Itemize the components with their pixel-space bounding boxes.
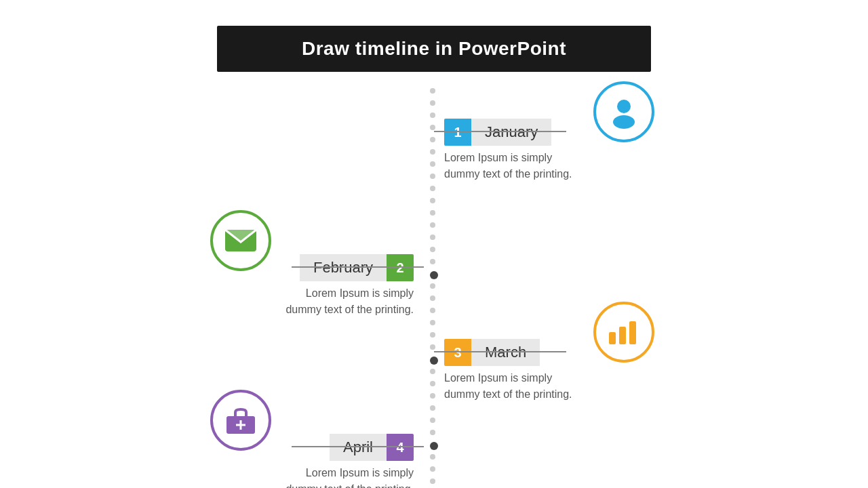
timeline-filled-dot bbox=[430, 442, 438, 450]
february-description: Lorem Ipsum is simplydummy text of the p… bbox=[285, 285, 414, 318]
timeline-dot bbox=[430, 161, 435, 167]
timeline-dot bbox=[430, 381, 435, 386]
timeline-dot bbox=[430, 332, 435, 338]
april-connector bbox=[292, 446, 424, 447]
timeline-dot bbox=[430, 369, 435, 374]
title-bar: Draw timeline in PowerPoint bbox=[217, 26, 651, 72]
april-name: April bbox=[330, 434, 387, 461]
april-month-box: 4 April bbox=[285, 434, 414, 461]
february-number: 2 bbox=[387, 254, 414, 281]
march-number: 3 bbox=[444, 339, 471, 366]
january-number: 1 bbox=[444, 119, 471, 146]
mail-icon bbox=[224, 227, 258, 254]
february-connector bbox=[292, 266, 424, 268]
briefcase-icon bbox=[224, 405, 258, 435]
timeline-wrapper: 1 January Lorem Ipsum is simplydummy tex… bbox=[0, 81, 868, 488]
march-description: Lorem Ipsum is simplydummy text of the p… bbox=[444, 370, 572, 403]
timeline-dot bbox=[430, 247, 435, 252]
timeline-dot bbox=[430, 479, 435, 484]
timeline-dot bbox=[430, 88, 435, 94]
february-section: 2 February Lorem Ipsum is simplydummy te… bbox=[285, 254, 414, 318]
timeline-dot bbox=[430, 113, 435, 118]
svg-rect-4 bbox=[609, 332, 616, 344]
timeline-dot bbox=[430, 149, 435, 155]
march-name: March bbox=[471, 339, 540, 366]
svg-rect-6 bbox=[629, 321, 636, 344]
timeline-dot bbox=[430, 418, 435, 423]
january-name: January bbox=[471, 119, 551, 146]
timeline-dot bbox=[430, 430, 435, 435]
march-icon bbox=[593, 302, 654, 363]
january-description: Lorem Ipsum is simplydummy text of the p… bbox=[444, 150, 572, 182]
chart-icon bbox=[606, 317, 642, 347]
timeline-dot bbox=[430, 259, 435, 264]
april-number: 4 bbox=[387, 434, 414, 461]
page-title: Draw timeline in PowerPoint bbox=[237, 38, 631, 60]
timeline-dot bbox=[430, 125, 435, 130]
timeline-dot bbox=[430, 198, 435, 203]
svg-point-1 bbox=[613, 115, 635, 129]
timeline-dot bbox=[430, 174, 435, 179]
january-month-box: 1 January bbox=[444, 119, 572, 146]
february-name: February bbox=[300, 254, 387, 281]
february-icon bbox=[210, 210, 271, 271]
svg-rect-5 bbox=[619, 327, 626, 344]
timeline-dot bbox=[430, 222, 435, 228]
timeline-dot bbox=[430, 466, 435, 472]
march-month-box: 3 March bbox=[444, 339, 572, 366]
january-section: 1 January Lorem Ipsum is simplydummy tex… bbox=[444, 119, 572, 182]
timeline-filled-dot bbox=[430, 271, 438, 279]
svg-point-0 bbox=[617, 100, 631, 113]
april-icon bbox=[210, 390, 271, 451]
march-section: 3 March Lorem Ipsum is simplydummy text … bbox=[444, 339, 572, 403]
january-connector bbox=[434, 131, 566, 132]
march-connector bbox=[434, 351, 566, 352]
february-month-box: 2 February bbox=[285, 254, 414, 281]
timeline-dot bbox=[430, 283, 435, 289]
timeline-dot bbox=[430, 296, 435, 301]
timeline-dot bbox=[430, 137, 435, 142]
timeline-dot bbox=[430, 320, 435, 325]
january-icon bbox=[593, 81, 654, 142]
timeline-filled-dot bbox=[430, 357, 438, 365]
timeline-dot bbox=[430, 454, 435, 460]
timeline-dot bbox=[430, 405, 435, 411]
timeline-dot bbox=[430, 393, 435, 399]
timeline-dot bbox=[430, 186, 435, 191]
april-section: 4 April Lorem Ipsum is simplydummy text … bbox=[285, 434, 414, 488]
april-description: Lorem Ipsum is simplydummy text of the p… bbox=[285, 465, 414, 488]
timeline-dot bbox=[430, 210, 435, 216]
person-icon bbox=[607, 95, 641, 129]
timeline-dot bbox=[430, 308, 435, 313]
timeline-dot bbox=[430, 344, 435, 350]
timeline-dot bbox=[430, 100, 435, 106]
timeline-dot bbox=[430, 235, 435, 240]
